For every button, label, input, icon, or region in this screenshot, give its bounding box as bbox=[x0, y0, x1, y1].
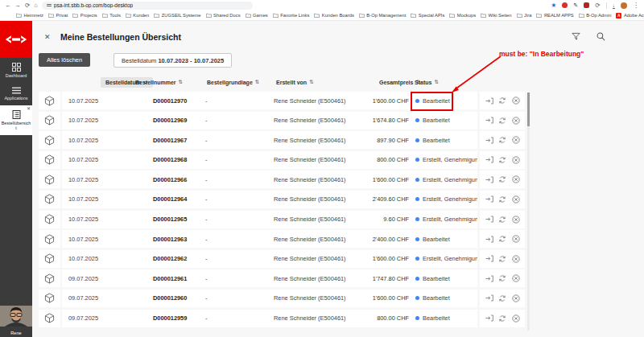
bookmark-item[interactable]: A B-Op Management bbox=[359, 13, 406, 18]
reload-icon[interactable]: ⟳ bbox=[25, 2, 30, 9]
reorder-icon[interactable] bbox=[498, 97, 506, 105]
cancel-order-icon[interactable] bbox=[512, 156, 520, 164]
sort-icon[interactable]: ⇅ bbox=[434, 79, 438, 85]
bookmark-item[interactable]: A Kunden Boards bbox=[314, 13, 353, 18]
assign-order-icon[interactable] bbox=[485, 236, 493, 243]
search-icon[interactable] bbox=[597, 32, 605, 41]
order-row[interactable]: 10.07.2025 D000012968 - Rene Schneider (… bbox=[39, 151, 525, 169]
close-tab-icon[interactable]: ✕ bbox=[27, 105, 31, 111]
bookmark-item[interactable]: A REALM APPS bbox=[536, 13, 573, 18]
profile-avatar[interactable] bbox=[621, 2, 627, 9]
reorder-icon[interactable] bbox=[498, 195, 506, 203]
bookmark-item[interactable]: A Jira bbox=[517, 13, 532, 18]
order-number[interactable]: D000012962 bbox=[153, 255, 205, 262]
order-row[interactable]: 10.07.2025 D000012962 - Rene Schneider (… bbox=[39, 250, 525, 268]
bookmark-star-icon[interactable]: ★ bbox=[551, 2, 556, 9]
bookmark-item[interactable]: A Favorite Links bbox=[273, 13, 310, 18]
order-number[interactable]: D000012960 bbox=[153, 294, 205, 302]
cancel-order-icon[interactable] bbox=[512, 255, 520, 263]
order-row[interactable]: 09.07.2025 D000012961 - Rene Schneider (… bbox=[39, 269, 525, 287]
sort-icon[interactable]: ⇅ bbox=[309, 79, 313, 85]
order-number[interactable]: D000012959 bbox=[153, 314, 205, 322]
filter-funnel-icon[interactable] bbox=[572, 32, 580, 41]
order-number[interactable]: D000012967 bbox=[153, 137, 205, 144]
extensions-icon[interactable]: ⟳ bbox=[595, 2, 600, 9]
cancel-order-icon[interactable] bbox=[512, 235, 520, 243]
address-bar[interactable]: psa-int.sbb.b-op.com/bop-desktop bbox=[42, 2, 253, 10]
order-number[interactable]: D000012964 bbox=[153, 195, 205, 203]
sort-icon[interactable]: ⇅ bbox=[255, 79, 259, 85]
cancel-order-icon[interactable] bbox=[512, 216, 520, 224]
column-header-bestellgrundlage[interactable]: Bestellgrundlage ⇅ bbox=[207, 79, 259, 85]
column-header-bestellnummer[interactable]: Bestellnummer ⇅ bbox=[135, 79, 183, 85]
bookmark-item[interactable]: A Special APIs bbox=[411, 13, 444, 18]
order-row[interactable]: 10.07.2025 D000012969 - Rene Schneider (… bbox=[39, 112, 525, 129]
bookmark-item[interactable]: A Adobe Acrobat bbox=[616, 13, 644, 18]
order-row[interactable]: 10.07.2025 D000012967 - Rene Schneider (… bbox=[39, 131, 525, 149]
order-number[interactable]: D000012970 bbox=[153, 97, 205, 105]
reorder-icon[interactable] bbox=[498, 216, 506, 224]
order-row[interactable]: 10.07.2025 D000012963 - Rene Schneider (… bbox=[39, 230, 525, 248]
pen-extension-icon[interactable]: ✎ bbox=[573, 2, 578, 9]
sidebar-user[interactable]: Rene bbox=[0, 306, 32, 335]
order-row[interactable]: 09.07.2025 D000012959 - Rene Schneider (… bbox=[39, 310, 525, 327]
cancel-order-icon[interactable] bbox=[512, 136, 520, 144]
back-icon[interactable]: ← bbox=[5, 2, 11, 9]
bookmark-item[interactable]: A B-Op Admin bbox=[579, 13, 612, 18]
order-number[interactable]: D000012969 bbox=[153, 117, 205, 124]
extension-icon[interactable] bbox=[584, 2, 589, 8]
order-number[interactable]: D000012968 bbox=[153, 156, 205, 163]
clear-all-filters-button[interactable]: Alles löschen bbox=[39, 53, 90, 67]
assign-order-icon[interactable] bbox=[485, 255, 493, 262]
browser-menu-icon[interactable]: ⋮ bbox=[633, 2, 639, 9]
vertical-scrollbar[interactable] bbox=[527, 92, 530, 331]
cancel-order-icon[interactable] bbox=[512, 117, 520, 125]
reorder-icon[interactable] bbox=[498, 117, 506, 125]
bookmark-item[interactable]: A Games bbox=[246, 13, 268, 18]
sidebar-item[interactable]: ✕ Dashboard bbox=[0, 58, 32, 82]
forward-icon[interactable]: → bbox=[15, 2, 22, 9]
home-icon[interactable]: ⌂ bbox=[34, 2, 38, 9]
bookmark-item[interactable]: A Kunden bbox=[126, 13, 150, 18]
reorder-icon[interactable] bbox=[498, 274, 506, 282]
sort-icon[interactable]: ⇅ bbox=[179, 79, 183, 85]
sidebar-item[interactable]: ✕ Bestellübersicht bbox=[0, 105, 32, 135]
close-icon[interactable]: ✕ bbox=[44, 33, 51, 41]
sidebar-item[interactable]: ✕ Applications bbox=[0, 82, 32, 105]
site-info-icon[interactable] bbox=[47, 3, 52, 7]
assign-order-icon[interactable] bbox=[485, 137, 493, 144]
cancel-order-icon[interactable] bbox=[512, 97, 520, 105]
cancel-order-icon[interactable] bbox=[512, 294, 520, 302]
bookmark-item[interactable]: A ZUGSEIL Systeme bbox=[154, 13, 200, 18]
assign-order-icon[interactable] bbox=[485, 216, 493, 223]
reorder-icon[interactable] bbox=[498, 136, 506, 144]
bookmark-item[interactable]: A Projects bbox=[72, 13, 97, 18]
assign-order-icon[interactable] bbox=[485, 294, 493, 302]
reorder-icon[interactable] bbox=[498, 156, 506, 164]
order-number[interactable]: D000012963 bbox=[153, 236, 205, 243]
downloads-icon[interactable]: ↓ bbox=[613, 2, 616, 9]
bookmark-item[interactable]: A Privat bbox=[48, 13, 68, 18]
assign-order-icon[interactable] bbox=[485, 97, 493, 105]
order-row[interactable]: 09.07.2025 D000012960 - Rene Schneider (… bbox=[39, 290, 525, 307]
order-row[interactable]: 10.07.2025 D000012966 - Rene Schneider (… bbox=[39, 171, 525, 188]
order-number[interactable]: D000012961 bbox=[153, 275, 205, 282]
assign-order-icon[interactable] bbox=[485, 275, 493, 282]
reorder-icon[interactable] bbox=[498, 175, 506, 183]
reorder-icon[interactable] bbox=[498, 235, 506, 243]
assign-order-icon[interactable] bbox=[485, 117, 493, 124]
order-number[interactable]: D000012966 bbox=[153, 176, 205, 183]
bookmark-item[interactable]: A Shared Docs bbox=[206, 13, 241, 18]
cancel-order-icon[interactable] bbox=[512, 175, 520, 183]
bookmark-item[interactable]: A Heimnetz bbox=[16, 13, 43, 18]
order-row[interactable]: 10.07.2025 D000012965 - Rene Schneider (… bbox=[39, 211, 525, 228]
bookmark-item[interactable]: A Mockups bbox=[449, 13, 476, 18]
assign-order-icon[interactable] bbox=[485, 314, 493, 322]
assign-order-icon[interactable] bbox=[485, 156, 493, 163]
cancel-order-icon[interactable] bbox=[512, 274, 520, 282]
scrollbar-thumb[interactable] bbox=[527, 92, 530, 126]
bookmark-item[interactable]: A Tools bbox=[102, 13, 121, 18]
column-header-status[interactable]: Status ⇅ bbox=[415, 79, 439, 85]
assign-order-icon[interactable] bbox=[485, 176, 493, 183]
reorder-icon[interactable] bbox=[498, 294, 506, 302]
